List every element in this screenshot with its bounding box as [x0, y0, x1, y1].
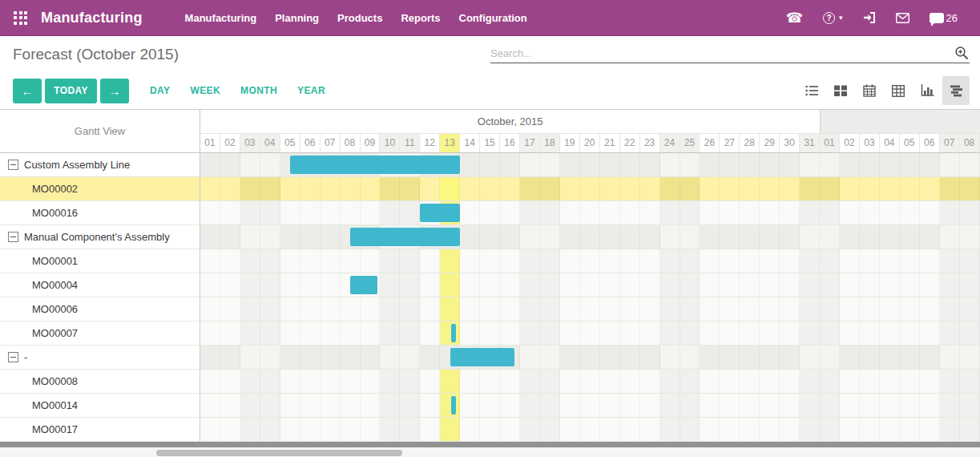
row-label-mo00006[interactable]: MO00006 [0, 297, 200, 322]
row-label-custom-assembly-line[interactable]: Custom Assembly Line [0, 153, 200, 177]
row-label-mo00007[interactable]: MO00007 [0, 322, 200, 346]
timeline-cell [200, 297, 220, 321]
scale-week[interactable]: WEEK [190, 85, 220, 96]
day-header-cell: 17 [520, 134, 540, 152]
gantt-bar-mo00014[interactable] [451, 396, 456, 415]
row-label-item[interactable]: - [0, 346, 200, 370]
timeline-cell [380, 418, 400, 441]
row-label-mo00016[interactable]: MO00016 [0, 201, 200, 225]
gantt-bar-item[interactable] [450, 348, 514, 366]
timeline-cell [780, 201, 800, 224]
timeline-cell [680, 370, 700, 393]
help-menu[interactable]: ? ▾ [823, 12, 843, 24]
scale-year[interactable]: YEAR [297, 85, 325, 96]
scale-day[interactable]: DAY [150, 85, 170, 96]
search-input[interactable] [490, 47, 954, 59]
next-button[interactable]: → [100, 79, 129, 103]
timeline-cell [400, 177, 420, 200]
timeline-cell [680, 153, 700, 176]
scale-month[interactable]: MONTH [240, 85, 277, 96]
gantt-bar-mo00004[interactable] [350, 276, 377, 294]
timeline-cell [420, 249, 440, 273]
row-label-mo00002[interactable]: MO00002 [0, 177, 200, 201]
messages-indicator[interactable]: 26 [930, 12, 958, 24]
collapse-icon[interactable] [8, 160, 18, 170]
gantt-body: Custom Assembly LineMO00002MO00016Manual… [0, 153, 980, 442]
timeline-cell [700, 249, 720, 273]
timeline-cell [660, 394, 680, 417]
scrollbar-thumb[interactable] [156, 450, 402, 456]
view-pivot-button[interactable] [885, 76, 912, 105]
timeline-cell [920, 153, 940, 176]
timeline-cell [480, 201, 500, 224]
menu-item-manufacturing[interactable]: Manufacturing [185, 12, 257, 24]
timeline-cell [800, 249, 820, 273]
timeline-cell [520, 418, 540, 441]
timeline-cell [700, 273, 720, 297]
menu-item-reports[interactable]: Reports [401, 12, 440, 24]
row-label-mo00008[interactable]: MO00008 [0, 370, 200, 394]
view-graph-button[interactable] [913, 76, 941, 105]
row-label-mo00017[interactable]: MO00017 [0, 418, 200, 442]
timeline-cell [520, 177, 540, 200]
timeline-cell [920, 249, 940, 273]
view-kanban-button[interactable] [827, 76, 854, 105]
timeline-cell [760, 249, 780, 273]
timeline-cell [620, 177, 640, 200]
prev-button[interactable]: ← [13, 79, 42, 103]
collapse-icon[interactable] [8, 352, 18, 362]
app-window: Manufacturing ManufacturingPlanningProdu… [0, 0, 980, 457]
timeline-cell [341, 370, 361, 393]
view-calendar-button[interactable] [856, 76, 883, 105]
day-header-cell: 07 [940, 134, 960, 152]
view-list-button[interactable] [798, 76, 825, 105]
row-label-mo00004[interactable]: MO00004 [0, 273, 200, 297]
timeline-cell [240, 370, 260, 393]
phone-icon[interactable]: ☎ [786, 11, 803, 25]
row-label-mo00001[interactable]: MO00001 [0, 249, 200, 273]
view-gantt-button[interactable] [942, 76, 970, 105]
month-header-row: October, 2015 [200, 110, 980, 134]
timeline-cell [300, 297, 321, 321]
menu-item-configuration[interactable]: Configuration [459, 12, 527, 24]
timeline-cell [600, 297, 620, 321]
gantt-bar-custom-assembly-line[interactable] [290, 156, 460, 174]
timeline-cell [960, 201, 980, 224]
timeline-cell [540, 177, 560, 200]
timeline-cell [820, 249, 840, 273]
search-zoom-icon[interactable] [954, 46, 970, 61]
menu-item-planning[interactable]: Planning [275, 12, 319, 24]
today-button[interactable]: TODAY [45, 79, 97, 103]
timeline-cell [240, 249, 260, 273]
timeline-cell [200, 370, 220, 393]
timeline-cell [860, 177, 880, 200]
row-timeline [200, 297, 980, 322]
timeline-cell [560, 273, 580, 297]
collapse-icon[interactable] [8, 232, 18, 242]
timeline-cell [720, 225, 740, 249]
timeline-cell [720, 370, 740, 393]
gantt-bar-mo00016[interactable] [420, 204, 460, 222]
timeline-cell [260, 153, 280, 176]
timeline-cell [860, 394, 880, 417]
envelope-icon[interactable] [896, 13, 909, 23]
timeline-cell [920, 370, 940, 393]
timeline-cell [300, 370, 321, 393]
gantt-bar-manual-component-s-assembly[interactable] [350, 228, 460, 246]
apps-grid-icon[interactable] [14, 11, 27, 25]
timeline-cell [220, 370, 240, 393]
sign-in-icon[interactable] [863, 11, 876, 24]
row-label-mo00014[interactable]: MO00014 [0, 394, 200, 418]
gantt-bar-mo00007[interactable] [451, 324, 456, 342]
timeline-cell [740, 297, 760, 321]
timeline-cell [361, 370, 381, 393]
timeline-cell [720, 201, 740, 224]
timeline-cell [280, 394, 300, 417]
timeline-cell [300, 273, 321, 297]
menu-item-products[interactable]: Products [337, 12, 382, 24]
timeline-cell [940, 394, 960, 417]
row-label-manual-component-s-assembly[interactable]: Manual Component's Assembly [0, 225, 200, 249]
app-brand[interactable]: Manufacturing [41, 10, 143, 26]
timeline-cell [500, 201, 520, 224]
timeline-cell [540, 225, 560, 249]
